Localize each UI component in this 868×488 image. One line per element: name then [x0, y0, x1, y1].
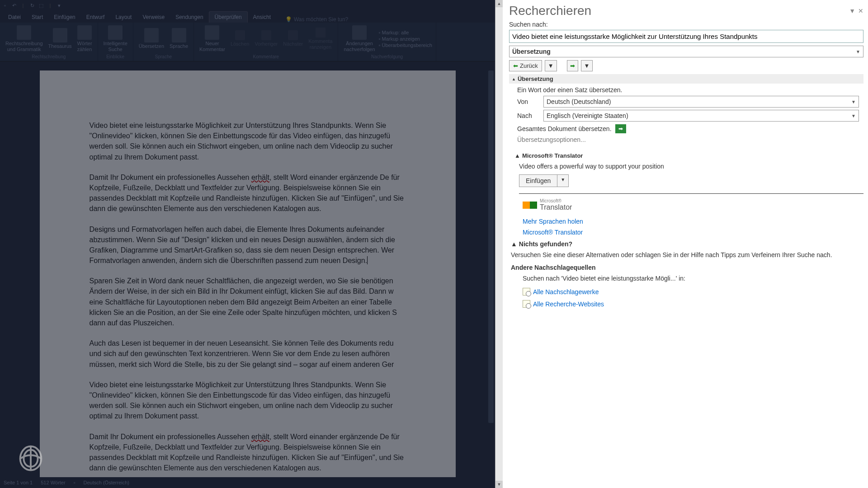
not-found-header[interactable]: ▲Nichts gefunden? [509, 238, 863, 249]
book-search-icon [523, 288, 530, 296]
language-button[interactable]: Sprache [168, 27, 190, 50]
markup-all-combo[interactable]: ▫ Markup: alle [379, 30, 409, 35]
status-page[interactable]: Seite 1 von 1 [4, 480, 33, 485]
separator: | [47, 2, 53, 9]
delete-comment-button[interactable]: Löschen [229, 29, 251, 48]
thesaurus-button[interactable]: Thesaurus [47, 27, 74, 50]
text-cursor [367, 256, 368, 264]
document-page[interactable]: Video bietet eine leistungsstarke Möglic… [40, 70, 456, 477]
search-for-label: Suchen nach: [509, 21, 863, 28]
spelling-error[interactable]: erhält [251, 174, 269, 181]
translate-doc-label: Gesamtes Dokument übersetzen. [517, 125, 612, 132]
group-label: Nachverfolgung [371, 54, 403, 60]
pane-scrollbar-left[interactable]: ▲ ▼ [495, 0, 503, 488]
search-in-label: Suchen nach 'Video bietet eine leistungs… [509, 273, 863, 286]
tell-me-search[interactable]: 💡Was möchten Sie tun? [285, 16, 348, 23]
paragraph: Damit Ihr Dokument ein professionelles A… [90, 432, 406, 474]
scroll-up-icon[interactable]: ▲ [495, 0, 503, 7]
translation-options-link[interactable]: Übersetzungsoptionen... [517, 136, 859, 143]
from-lang-combo[interactable]: Deutsch (Deutschland)▼ [543, 96, 859, 108]
tab-entwurf[interactable]: Entwurf [81, 12, 110, 23]
collapse-icon: ▲ [512, 77, 516, 81]
search-input[interactable] [509, 30, 863, 43]
status-wordcount[interactable]: 512 Wörter [41, 480, 65, 485]
to-lang-combo[interactable]: Englisch (Vereinigte Staaten)▼ [543, 110, 859, 122]
chevron-down-icon: ▼ [851, 99, 856, 104]
tab-sendungen[interactable]: Sendungen [170, 12, 208, 23]
show-comments-button[interactable]: Kommenta ranzeigen [307, 27, 334, 51]
tab-layout[interactable]: Layout [110, 12, 137, 23]
pane-close-icon[interactable]: ✕ [858, 7, 863, 14]
back-dropdown[interactable]: ▼ [545, 60, 557, 71]
tab-ueberpruefen[interactable]: Überprüfen [209, 11, 248, 23]
tab-verweise[interactable]: Verweise [137, 12, 170, 23]
status-language[interactable]: Deutsch (Österreich) [84, 480, 129, 485]
bulb-icon: 💡 [285, 16, 292, 23]
paragraph: Video bietet eine leistungsstarke Möglic… [90, 380, 406, 422]
tab-einfuegen[interactable]: Einfügen [48, 12, 80, 23]
prev-comment-button[interactable]: Vorheriger [253, 29, 279, 48]
arrow-left-icon: ⬅ [513, 62, 518, 69]
translate-hint: Ein Wort oder einen Satz übersetzen. [517, 86, 859, 94]
qat-dropdown-icon[interactable]: ▾ [56, 2, 62, 9]
insert-button[interactable]: Einfügen [519, 174, 557, 187]
watermark-logo [13, 443, 49, 474]
tab-ansicht[interactable]: Ansicht [248, 12, 276, 23]
translate-section-header[interactable]: ▲Übersetzung [509, 74, 863, 84]
spellcheck-button[interactable]: Rechtschreibung und Grammatik [4, 24, 45, 53]
spelling-error[interactable]: erhält [251, 433, 269, 441]
paragraph: Video bietet eine leistungsstarke Möglic… [90, 120, 406, 162]
divider [519, 193, 863, 194]
document-scrollbar[interactable] [487, 61, 495, 477]
save-icon[interactable]: ▫ [2, 2, 8, 9]
from-label: Von [517, 98, 540, 105]
more-languages-link[interactable]: Mehr Sprachen holen [509, 216, 863, 227]
service-combo[interactable]: Übersetzung▼ [509, 46, 863, 57]
wordcount-button[interactable]: Wörter zählen [75, 24, 94, 53]
all-research-sites-link[interactable]: Alle Recherche-Websites [509, 298, 863, 310]
forward-button[interactable]: ➡ [567, 60, 578, 71]
forward-dropdown[interactable]: ▼ [581, 60, 593, 71]
collapse-icon: ▲ [511, 240, 517, 248]
scrollbar-thumb[interactable] [488, 70, 494, 423]
translator-logo: Microsoft®Translator [523, 198, 863, 211]
other-sources-label: Andere Nachschlagequellen [509, 262, 863, 273]
redo-icon[interactable]: ↻ [29, 2, 35, 9]
new-comment-button[interactable]: Neuer Kommentar [198, 24, 227, 53]
paragraph: Sparen Sie Zeit in Word dank neuer Schal… [90, 276, 406, 328]
next-comment-button[interactable]: Nächster [281, 29, 305, 48]
group-label: Sprache [155, 54, 172, 60]
paragraph: Auch das Lesen ist bequemer in der neuen… [90, 338, 406, 370]
all-references-link[interactable]: Alle Nachschlagewerke [509, 286, 863, 298]
back-button[interactable]: ⬅Zurück [509, 60, 542, 71]
touch-icon[interactable]: ⬚ [38, 2, 44, 9]
undo-icon[interactable]: ↶ [11, 2, 17, 9]
not-found-text: Versuchen Sie eine dieser Alternativen o… [509, 249, 863, 262]
group-label: Rechtschreibung [32, 54, 66, 60]
proofing-icon[interactable]: ▫ [74, 480, 75, 485]
show-markup-button[interactable]: ▫ Markup anzeigen [379, 36, 420, 42]
scroll-down-icon[interactable]: ▼ [495, 481, 503, 488]
ms-translator-header[interactable]: ▲Microsoft® Translator [509, 150, 863, 160]
tab-start[interactable]: Start [26, 12, 48, 23]
collapse-icon: ▲ [514, 152, 520, 159]
chevron-down-icon: ▼ [851, 113, 856, 118]
paragraph: Damit Ihr Dokument ein professionelles A… [90, 172, 406, 214]
ms-translator-link[interactable]: Microsoft® Translator [509, 227, 863, 238]
translate-button[interactable]: Übersetzen [137, 27, 166, 50]
arrow-right-icon: ➡ [570, 62, 575, 69]
to-label: Nach [517, 112, 540, 119]
book-search-icon [523, 300, 530, 308]
reviewing-pane-button[interactable]: ▫ Überarbeitungsbereich [379, 42, 432, 48]
paragraph: Designs und Formatvorlagen helfen auch d… [90, 224, 406, 266]
insert-dropdown[interactable]: ▼ [557, 174, 569, 187]
translation-result: Video offers a powerful way to support y… [509, 160, 863, 174]
track-changes-button[interactable]: Änderungen nachverfolgen [342, 24, 377, 53]
translate-doc-button[interactable]: ➡ [615, 124, 626, 133]
group-label: Kommentare [253, 54, 279, 60]
group-label: Einblicke [106, 54, 124, 60]
smart-lookup-button[interactable]: Intelligente Suche [102, 24, 129, 53]
pane-options-icon[interactable]: ▼ [849, 7, 855, 14]
chevron-down-icon: ▼ [856, 49, 860, 54]
tab-datei[interactable]: Datei [3, 12, 26, 23]
